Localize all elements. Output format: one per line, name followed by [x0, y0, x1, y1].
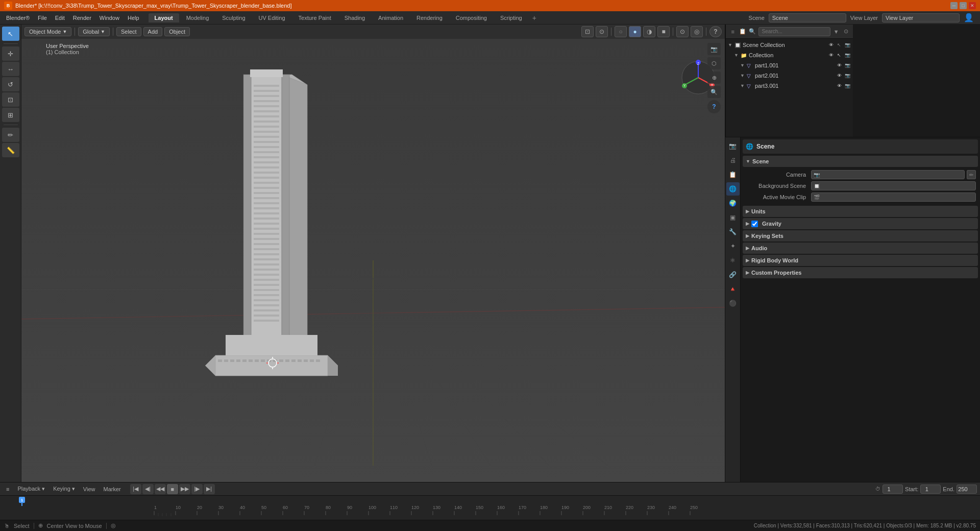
background-scene-value[interactable]: 🔲 [811, 181, 976, 190]
tab-animation[interactable]: Animation [372, 13, 409, 22]
tab-scripting[interactable]: Scripting [494, 13, 528, 22]
vis-render-icon-5[interactable]: 📷 [844, 82, 851, 89]
menu-file[interactable]: File [34, 14, 51, 22]
local-view-button[interactable]: ⊕ [707, 71, 721, 84]
tab-uv-editing[interactable]: UV Editing [253, 13, 291, 22]
vis-select-icon-2[interactable]: ↖ [836, 52, 843, 59]
maximize-button[interactable]: □ [960, 2, 967, 9]
tab-layout[interactable]: Layout [149, 13, 179, 22]
keying-menu[interactable]: Keying ▾ [50, 485, 78, 493]
stop-button[interactable]: ■ [167, 484, 178, 494]
cursor-tool-button[interactable]: ✛ [2, 46, 19, 61]
prop-tab-modifier[interactable]: 🔧 [726, 225, 740, 238]
rigid-body-section-header[interactable]: ▶ Rigid Body World [743, 255, 978, 266]
play-forward-button[interactable]: ▶▶ [179, 484, 190, 494]
outliner-item-part2[interactable]: ▼ ▽ part2.001 👁 📷 [726, 70, 853, 81]
custom-props-section-header[interactable]: ▶ Custom Properties [743, 267, 978, 278]
jump-start-button[interactable]: |◀ [130, 484, 141, 494]
minimize-button[interactable]: ─ [950, 2, 958, 9]
start-frame-input[interactable] [920, 485, 941, 494]
user-account-icon[interactable]: 👤 [964, 13, 974, 22]
keying-sets-section-header[interactable]: ▶ Keying Sets [743, 230, 978, 242]
jump-end-button[interactable]: ▶| [204, 484, 215, 494]
material-shading-button[interactable]: ◑ [643, 26, 655, 37]
select-menu[interactable]: Select [116, 27, 141, 36]
prop-tab-view-layer[interactable]: 📋 [726, 168, 740, 181]
rendered-shading-button[interactable]: ■ [657, 26, 670, 37]
engine-selector[interactable] [882, 13, 960, 22]
step-forward-button[interactable]: |▶ [191, 484, 203, 494]
add-menu[interactable]: Add [143, 27, 163, 36]
outliner-item-scene-collection[interactable]: ▼ 🔲 Scene Collection 👁 ↖ 📷 [726, 40, 853, 50]
outliner-item-part1[interactable]: ▼ ▽ part1.001 👁 📷 [726, 60, 853, 70]
vis-render-icon-3[interactable]: 📷 [844, 62, 851, 69]
viewport-3d[interactable]: Object Mode ▼ Global ▼ Select Add Object… [21, 25, 725, 482]
menu-blender[interactable]: Blender® [2, 14, 34, 22]
prop-tab-object[interactable]: ▣ [726, 211, 740, 224]
outliner-icon-1[interactable]: ≡ [729, 26, 737, 37]
global-selector[interactable]: Global ▼ [78, 27, 110, 36]
outliner-search-input[interactable] [758, 27, 830, 36]
outliner-item-collection[interactable]: ▼ 📁 Collection 👁 ↖ 📷 [726, 50, 853, 60]
gravity-checkbox[interactable] [751, 221, 758, 227]
vis-select-icon[interactable]: ↖ [836, 41, 843, 49]
rotate-tool-button[interactable]: ↺ [2, 77, 19, 91]
measure-tool-button[interactable]: 📏 [2, 143, 19, 157]
step-back-button[interactable]: ◀| [142, 484, 154, 494]
prop-tab-data[interactable]: 🔺 [726, 282, 740, 296]
solid-shading-button[interactable]: ● [629, 26, 641, 37]
outliner-filter-button[interactable]: ▼ [832, 26, 840, 37]
prop-tab-material[interactable]: ⚫ [726, 297, 740, 310]
units-section-header[interactable]: ▶ Units [743, 206, 978, 217]
menu-edit[interactable]: Edit [51, 14, 69, 22]
proportional-edit-button[interactable]: ⊙ [596, 26, 608, 37]
perspective-button[interactable]: ⬡ [707, 57, 721, 69]
transform-tool-button[interactable]: ⊞ [2, 108, 19, 122]
vis-eye-icon-4[interactable]: 👁 [836, 72, 843, 79]
vis-render-icon-2[interactable]: 📷 [844, 52, 851, 59]
vis-eye-icon-2[interactable]: 👁 [827, 52, 835, 59]
end-frame-input[interactable] [957, 485, 977, 494]
tab-rendering[interactable]: Rendering [410, 13, 449, 22]
object-menu[interactable]: Object [164, 27, 190, 36]
active-movie-clip-value[interactable]: 🎬 [811, 192, 976, 202]
menu-help[interactable]: Help [124, 14, 143, 22]
play-reverse-button[interactable]: ◀◀ [155, 484, 166, 494]
vis-eye-icon[interactable]: 👁 [827, 41, 835, 49]
tab-shading[interactable]: Shading [338, 13, 371, 22]
menu-render[interactable]: Render [69, 14, 95, 22]
prop-tab-constraints[interactable]: 🔗 [726, 268, 740, 281]
vis-render-icon-4[interactable]: 📷 [844, 72, 851, 79]
move-tool-button[interactable]: ↔ [2, 62, 19, 76]
camera-value[interactable]: 📷 [811, 170, 965, 179]
overlay-button[interactable]: ⊙ [676, 26, 689, 37]
camera-view-button[interactable]: 📷 [707, 43, 721, 55]
camera-edit-button[interactable]: ✏ [967, 170, 976, 179]
tab-sculpting[interactable]: Sculpting [216, 13, 251, 22]
marker-menu[interactable]: Marker [100, 485, 124, 493]
tab-texture-paint[interactable]: Texture Paint [292, 13, 337, 22]
help-button[interactable]: ? [709, 26, 722, 37]
outliner-icon-3[interactable]: 🔍 [748, 26, 756, 37]
timeline-ruler[interactable]: 1 1 10 20 30 [0, 496, 980, 520]
current-frame-input[interactable] [883, 485, 903, 494]
object-mode-selector[interactable]: Object Mode ▼ [24, 27, 71, 36]
gravity-section-header[interactable]: ▶ Gravity [743, 218, 978, 229]
prop-tab-output[interactable]: 🖨 [726, 154, 740, 167]
scale-tool-button[interactable]: ⊡ [2, 92, 19, 107]
prop-tab-particles[interactable]: ✦ [726, 239, 740, 253]
prop-tab-scene[interactable]: 🌐 [726, 182, 740, 196]
snap-toggle-button[interactable]: ⊡ [581, 26, 594, 37]
playback-menu[interactable]: Playback ▾ [14, 485, 48, 493]
outliner-icon-2[interactable]: 📋 [739, 26, 746, 37]
xray-button[interactable]: ◎ [691, 26, 703, 37]
prop-tab-render[interactable]: 📷 [726, 139, 740, 153]
timeline-menu-button[interactable]: ≡ [3, 485, 12, 493]
scene-selector[interactable] [769, 13, 846, 22]
view-distance-button[interactable]: 🔍 [707, 86, 721, 98]
audio-section-header[interactable]: ▶ Audio [743, 243, 978, 254]
vis-eye-icon-3[interactable]: 👁 [836, 62, 843, 69]
outliner-item-part3[interactable]: ▼ ▽ part3.001 👁 📷 [726, 81, 853, 91]
outliner-more-button[interactable]: ⊙ [842, 26, 850, 37]
vis-render-icon[interactable]: 📷 [844, 41, 851, 49]
